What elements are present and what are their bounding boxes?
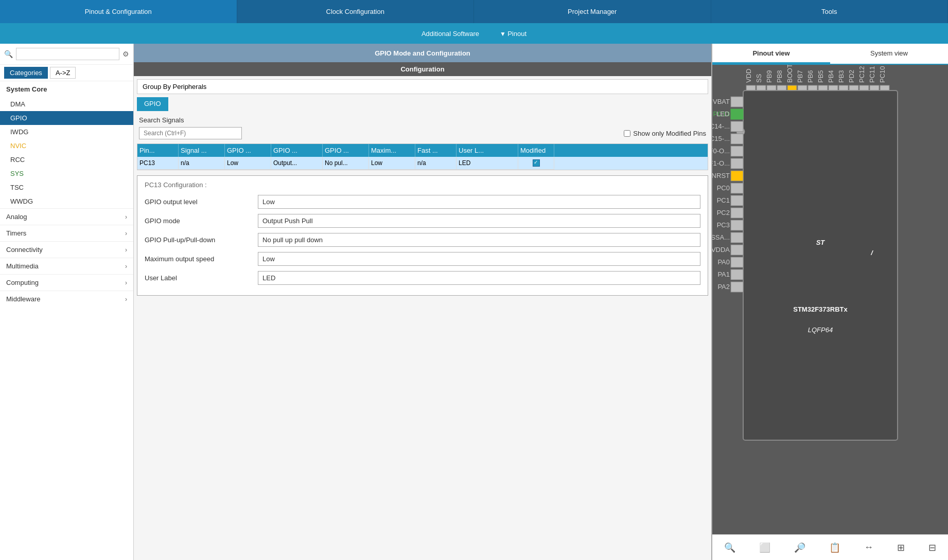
gear-icon[interactable]: ⚙ — [122, 50, 129, 58]
sidebar-category-computing[interactable]: Computing › — [0, 274, 133, 291]
svg-text:VSSA...: VSSA... — [712, 233, 730, 241]
tab-categories[interactable]: Categories — [4, 67, 48, 79]
svg-rect-45 — [731, 158, 743, 169]
zoom-in-icon[interactable]: 🔍 — [724, 542, 735, 553]
col-fast: Fast ... — [415, 144, 457, 157]
move-icon[interactable]: ↔ — [864, 542, 873, 553]
chevron-right-icon: › — [125, 279, 127, 286]
chip-svg: VDD SS PB9 PB8 BOOT0 PB7 PB6 PB5 PB4 PB3… — [712, 65, 948, 528]
col-userlabel: User L... — [457, 144, 518, 157]
sidebar-category-timers[interactable]: Timers › — [0, 225, 133, 241]
group-by-bar[interactable]: Group By Peripherals — [137, 79, 708, 94]
nav-pinout[interactable]: Pinout & Configuration — [0, 0, 237, 23]
config-value-output-level — [258, 195, 700, 209]
system-core-section: System Core — [0, 81, 133, 97]
svg-rect-28 — [743, 91, 898, 440]
show-modified-checkbox-area: Show only Modified Pins — [624, 130, 706, 137]
sidebar-category-connectivity[interactable]: Connectivity › — [0, 241, 133, 258]
svg-text:LED: LED — [716, 110, 729, 118]
nav-clock[interactable]: Clock Configuration — [237, 0, 475, 23]
config-row-output-level: GPIO output level — [145, 195, 700, 209]
gpio-tab[interactable]: GPIO — [137, 97, 168, 111]
table-icon[interactable]: ⊟ — [928, 542, 936, 553]
zoom-out-icon[interactable]: 🔎 — [794, 542, 805, 553]
config-row-user-label: User Label — [145, 271, 700, 285]
svg-text:VBAT: VBAT — [713, 98, 730, 105]
copy-icon[interactable]: 📋 — [829, 542, 840, 553]
svg-text:PF0-O...: PF0-O... — [712, 147, 730, 155]
max-speed-input[interactable] — [258, 252, 700, 266]
pc13-config-title: PC13 Configuration : — [145, 181, 700, 189]
chevron-right-icon: › — [125, 230, 127, 237]
cell-pin: PC13 — [137, 157, 179, 170]
right-panel: Pinout view System view VDD SS PB9 PB8 B… — [711, 44, 948, 560]
svg-text:PC10: PC10 — [879, 66, 886, 83]
svg-text:PB3: PB3 — [837, 70, 845, 83]
show-modified-checkbox[interactable] — [624, 130, 630, 137]
sidebar-item-iwdg[interactable]: IWDG — [0, 125, 133, 139]
sidebar-item-dma[interactable]: DMA — [0, 97, 133, 111]
config-value-max-speed — [258, 252, 700, 266]
pinout-nav[interactable]: Pinout — [500, 29, 526, 38]
gpio-mode-input[interactable] — [258, 214, 700, 228]
svg-text:PC12: PC12 — [858, 66, 866, 83]
svg-rect-55 — [731, 220, 743, 230]
search-signals-input[interactable] — [139, 127, 242, 139]
sidebar-category-multimedia[interactable]: Multimedia › — [0, 258, 133, 274]
col-maxim: Maxim... — [369, 144, 415, 157]
nav-tools[interactable]: Tools — [711, 0, 949, 23]
search-input[interactable] — [16, 48, 119, 60]
tab-atoz[interactable]: A->Z — [50, 67, 76, 79]
chevron-right-icon: › — [125, 296, 127, 303]
svg-text:PC11: PC11 — [868, 66, 876, 83]
svg-rect-65 — [731, 282, 743, 292]
sidebar-item-wwdg[interactable]: WWDG — [0, 194, 133, 208]
modified-checkbox-icon — [533, 159, 540, 167]
config-row-max-speed: Maximum output speed — [145, 252, 700, 266]
svg-text:BOOT0: BOOT0 — [786, 65, 794, 83]
sidebar-item-tsc[interactable]: TSC — [0, 180, 133, 194]
svg-text:PB5: PB5 — [817, 70, 824, 83]
fit-screen-icon[interactable]: ⬜ — [759, 542, 770, 553]
cell-signal: n/a — [179, 157, 225, 170]
col-gpio2: GPIO ... — [271, 144, 323, 157]
output-level-input[interactable] — [258, 195, 700, 209]
center-panel: GPIO Mode and Configuration Configuratio… — [134, 44, 711, 560]
config-label-pullup: GPIO Pull-up/Pull-down — [145, 236, 258, 244]
pullup-input[interactable] — [258, 233, 700, 247]
col-signal: Signal ... — [179, 144, 225, 157]
additional-software-nav[interactable]: Additional Software — [422, 29, 479, 38]
svg-text:PC2: PC2 — [717, 209, 730, 216]
tab-pinout-view[interactable]: Pinout view — [712, 44, 830, 64]
sidebar-item-rcc[interactable]: RCC — [0, 153, 133, 167]
col-pin: Pin... — [137, 144, 179, 157]
cell-gpio1: Low — [225, 157, 271, 170]
pc13-config-panel: PC13 Configuration : GPIO output level G… — [137, 175, 708, 296]
user-label-input[interactable] — [258, 271, 700, 285]
col-gpio3: GPIO ... — [323, 144, 369, 157]
grid-icon[interactable]: ⊞ — [897, 542, 905, 553]
config-row-gpio-mode: GPIO mode — [145, 214, 700, 228]
nav-project[interactable]: Project Manager — [474, 0, 711, 23]
tab-system-view[interactable]: System view — [830, 44, 948, 64]
sidebar-item-nvic[interactable]: NVIC — [0, 139, 133, 153]
svg-text:VDDA: VDDA — [712, 246, 730, 254]
svg-text:PA0: PA0 — [717, 258, 730, 266]
svg-text:PC1: PC1 — [717, 196, 730, 204]
sidebar-item-gpio[interactable]: GPIO — [0, 111, 133, 125]
signals-table: Pin... Signal ... GPIO ... GPIO ... GPIO… — [137, 143, 708, 170]
svg-text:PD2: PD2 — [848, 70, 855, 83]
table-row[interactable]: PC13 n/a Low Output... No pul... Low n/a… — [137, 157, 708, 170]
main-layout: 🔍 ⚙ Categories A->Z System Core DMA GPIO… — [0, 44, 948, 560]
search-icon: 🔍 — [4, 50, 13, 58]
svg-text:PF1-O...: PF1-O... — [712, 159, 730, 167]
sidebar-item-sys[interactable]: SYS — [0, 167, 133, 180]
svg-text:STM32F373RBTx: STM32F373RBTx — [793, 305, 848, 313]
chip-area: VDD SS PB9 PB8 BOOT0 PB7 PB6 PB5 PB4 PB3… — [712, 65, 948, 560]
svg-text:PB4: PB4 — [827, 70, 835, 83]
sidebar: 🔍 ⚙ Categories A->Z System Core DMA GPIO… — [0, 44, 134, 560]
sidebar-category-middleware[interactable]: Middleware › — [0, 291, 133, 307]
svg-rect-49 — [731, 183, 743, 193]
sidebar-category-analog[interactable]: Analog › — [0, 208, 133, 225]
cell-fast: n/a — [415, 157, 457, 170]
